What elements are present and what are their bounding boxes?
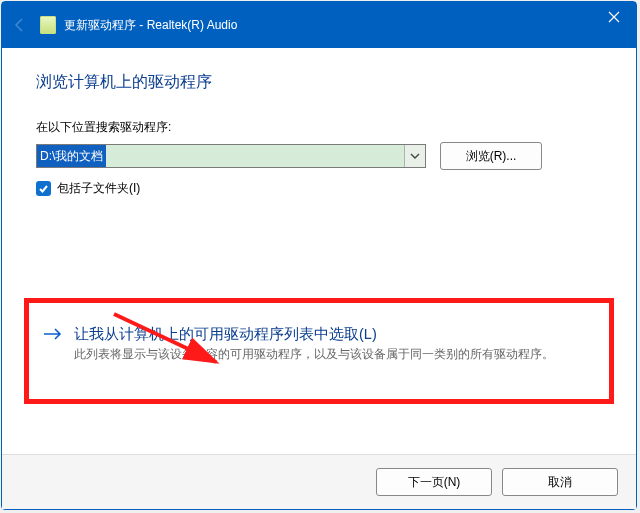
cancel-button[interactable]: 取消: [502, 468, 618, 496]
path-input[interactable]: [36, 144, 426, 168]
path-row: D:\我的文档 浏览(R)...: [36, 142, 602, 170]
include-subfolders-label: 包括子文件夹(I): [57, 180, 140, 197]
include-subfolders-checkbox[interactable]: [36, 181, 51, 196]
titlebar: 更新驱动程序 - Realtek(R) Audio: [2, 2, 636, 48]
browse-button-label: 浏览(R)...: [466, 148, 517, 165]
pick-option-description: 此列表将显示与该设备兼容的可用驱动程序，以及与该设备属于同一类别的所有驱动程序。: [74, 346, 554, 363]
include-subfolders-row[interactable]: 包括子文件夹(I): [36, 180, 602, 197]
driver-update-wizard-window: 更新驱动程序 - Realtek(R) Audio 浏览计算机上的驱动程序 在以…: [1, 1, 637, 510]
pick-option-body: 让我从计算机上的可用驱动程序列表中选取(L) 此列表将显示与该设备兼容的可用驱动…: [74, 324, 554, 363]
back-arrow-icon: [10, 15, 30, 35]
close-icon: [608, 11, 620, 23]
device-icon: [40, 16, 56, 34]
checkmark-icon: [38, 183, 49, 194]
next-button-label: 下一页(N): [408, 474, 461, 491]
footer: 下一页(N) 取消: [2, 454, 636, 509]
next-button[interactable]: 下一页(N): [376, 468, 492, 496]
pick-from-list-option[interactable]: 让我从计算机上的可用驱动程序列表中选取(L) 此列表将显示与该设备兼容的可用驱动…: [42, 324, 596, 363]
close-button[interactable]: [591, 2, 636, 32]
cancel-button-label: 取消: [548, 474, 572, 491]
path-dropdown-button[interactable]: [404, 145, 425, 167]
page-heading: 浏览计算机上的驱动程序: [36, 72, 602, 93]
window-title: 更新驱动程序 - Realtek(R) Audio: [64, 17, 237, 34]
path-combobox[interactable]: D:\我的文档: [36, 144, 426, 168]
arrow-right-icon: [42, 324, 64, 363]
search-location-label: 在以下位置搜索驱动程序:: [36, 119, 602, 136]
pick-option-title: 让我从计算机上的可用驱动程序列表中选取(L): [74, 324, 554, 344]
browse-button[interactable]: 浏览(R)...: [440, 142, 542, 170]
chevron-down-icon: [410, 153, 420, 159]
